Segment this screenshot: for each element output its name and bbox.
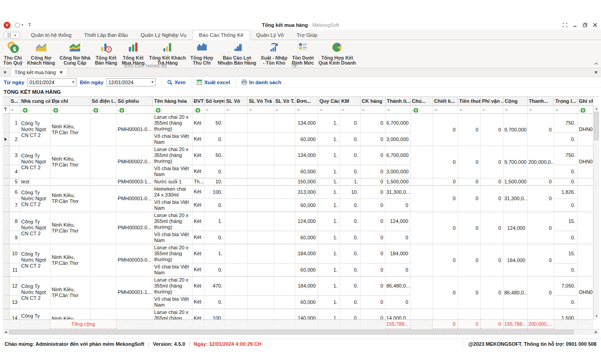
cell-dvt[interactable]: Két [192, 198, 204, 212]
cell-chu[interactable] [410, 178, 433, 185]
cell-tienthue[interactable]: 0 [458, 185, 480, 212]
cell-phivan[interactable]: 0 [480, 212, 503, 244]
minimize-button[interactable] [573, 23, 577, 27]
cell-km[interactable]: 0. [340, 114, 360, 133]
column-header-don[interactable]: Đơn... [295, 97, 318, 106]
cell-ck[interactable]: 0 [360, 178, 385, 185]
filter-cell-ck[interactable]: = [360, 106, 385, 113]
cell-dvt[interactable]: Két [192, 263, 204, 276]
cell-trongl[interactable]: 0. [554, 165, 577, 178]
column-header-sophieu[interactable]: Số phiếu [116, 97, 153, 106]
scroll-up-icon[interactable]: ▲ [594, 106, 599, 111]
ribbon-button-thu-chi-tồn-quỹ[interactable]: €$Thu ChiTồn Quỹ [1, 41, 25, 66]
column-header-ncc[interactable]: Nhà cung cấp [20, 97, 50, 106]
cell-slvot[interactable] [274, 212, 295, 231]
filter-cell-km[interactable]: = [340, 106, 360, 113]
cell-thanhtien[interactable]: 1,500,000 [385, 178, 410, 185]
cell-thanhtien[interactable]: 14,000,0... [385, 308, 410, 319]
cell-ck[interactable]: 0 [360, 276, 385, 295]
cell-km[interactable]: 1. [340, 178, 360, 185]
cell-tienthue[interactable]: 0 [458, 308, 480, 319]
cell-phivan[interactable]: 0 [480, 146, 503, 178]
cell-ghichu[interactable]: DHN00 [577, 114, 593, 146]
cell-tienthue[interactable]: 0 [458, 178, 480, 185]
cell-cong[interactable]: 1,500,000 [503, 178, 527, 185]
filter-cell-thanhtien[interactable]: = [385, 106, 410, 113]
column-header-quycach[interactable]: Quy Cách [318, 97, 340, 106]
cell-sl[interactable]: 50. [204, 146, 224, 165]
cell-ten[interactable]: Vỏ chai bia Việt Nam [153, 263, 192, 276]
row-indicator[interactable] [3, 132, 9, 146]
from-date-combobox[interactable]: 01/01/2024 ▼ [27, 78, 76, 86]
cell-trongl[interactable]: 0. [554, 231, 577, 244]
cell-chu[interactable] [410, 114, 433, 146]
cell-ten[interactable]: Larue chai 20 x 355ml (hàng thường) [153, 244, 192, 263]
cell-diachi[interactable] [50, 178, 90, 185]
cell-chu[interactable] [410, 308, 433, 319]
export-excel-button[interactable]: Xuất excel [197, 80, 230, 85]
cell-km[interactable]: 0. [340, 244, 360, 263]
cell-thanh[interactable]: 0 [527, 276, 554, 308]
filter-cell-don[interactable]: = [295, 106, 318, 113]
cell-slvotra[interactable] [247, 263, 274, 276]
cell-slvotra[interactable] [247, 295, 274, 308]
ribbon-collapse-button[interactable] [594, 59, 598, 67]
cell-slvo[interactable] [224, 231, 247, 244]
cell-slvotra[interactable] [247, 276, 274, 295]
cell-phivan[interactable]: 0 [480, 178, 503, 185]
cell-thanhtien[interactable]: 0 [385, 263, 410, 276]
cell-phivan[interactable]: 0 [480, 114, 503, 146]
cell-ten[interactable]: Larue chai 20 x 355ml (hàng thường) [153, 308, 192, 319]
cell-stt[interactable]: 5 [9, 178, 20, 185]
cell-thanhtien[interactable]: 6,700,000 [385, 146, 410, 165]
cell-slvot[interactable] [274, 185, 295, 198]
cell-quycach[interactable]: 1. [318, 132, 340, 146]
cell-slvot[interactable] [274, 244, 295, 263]
print-list-button[interactable]: In danh sách [241, 80, 281, 85]
column-header-dvt[interactable]: ĐVT [192, 97, 204, 106]
cell-ck[interactable]: 0 [360, 114, 385, 133]
column-header-tienthue[interactable]: Tiền thuế [458, 97, 480, 106]
filter-cell-slvo[interactable]: = [224, 106, 247, 113]
cell-sdt[interactable] [90, 244, 116, 276]
cell-quycach[interactable]: 1. [318, 276, 340, 295]
cell-ten[interactable]: Vỏ chai bia Việt Nam [153, 165, 192, 178]
cell-trongl[interactable]: 0. [554, 295, 577, 308]
cell-sophieu[interactable]: PMH00001-1... [116, 276, 153, 308]
filter-cell-sdt[interactable]: aBc [90, 106, 116, 113]
cell-sl[interactable]: 0. [204, 165, 224, 178]
cell-ghichu[interactable]: DHN00 [577, 146, 593, 178]
cell-km[interactable]: 0. [340, 132, 360, 146]
cell-dvt[interactable]: Két [192, 212, 204, 231]
cell-ten[interactable]: Vỏ chai bia Việt Nam [153, 231, 192, 244]
cell-sl[interactable]: 0. [204, 132, 224, 146]
column-header-stt[interactable]: S... [9, 97, 20, 106]
cell-km[interactable]: 0. [340, 276, 360, 295]
cell-sl[interactable]: 10. [204, 178, 224, 185]
cell-thanhtien[interactable]: 31,300,0... [385, 185, 410, 198]
table-row[interactable]: 8Công Ty Nước Ngọt CN CT 2Ninh Kiều, TP.… [3, 212, 593, 231]
cell-chietk[interactable]: 0 [433, 114, 458, 146]
cell-ncc[interactable]: Công Ty Nước Ngọt CN CT 2 [20, 244, 50, 276]
cell-dvt[interactable]: Th... [192, 178, 204, 185]
column-header-diachi[interactable]: Địa chỉ [50, 97, 90, 106]
cell-trongl[interactable]: 0. [554, 198, 577, 212]
cell-slvotra[interactable] [247, 146, 274, 165]
table-row[interactable]: 5testPMH00003-1...Nước suối 1Th...10.150… [3, 178, 593, 185]
cell-trongl[interactable]: 1,826. [554, 185, 577, 198]
cell-thanh[interactable]: 0 [527, 185, 554, 212]
cell-chietk[interactable]: 0 [433, 178, 458, 185]
cell-slvo[interactable] [224, 244, 247, 263]
close-all-tabs-button[interactable]: ✕ [0, 68, 10, 76]
cell-sl[interactable]: 100. [204, 185, 224, 198]
cell-sdt[interactable] [90, 114, 116, 146]
row-indicator[interactable] [3, 308, 9, 319]
row-indicator[interactable] [3, 185, 9, 198]
cell-stt[interactable]: 10 [9, 244, 20, 263]
cell-slvotra[interactable] [247, 132, 274, 146]
cell-ck[interactable]: 0 [360, 244, 385, 263]
document-tab-active[interactable]: Tổng kết mua hàng ✕ [10, 68, 67, 76]
row-indicator[interactable] [3, 178, 9, 185]
to-date-combobox[interactable]: 12/01/2024 ▼ [107, 78, 156, 86]
cell-km[interactable]: 0. [340, 212, 360, 231]
